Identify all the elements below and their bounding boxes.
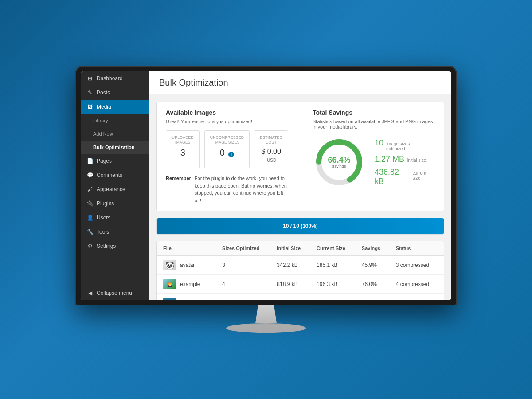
filename-1: example <box>180 281 200 287</box>
main-content: Bulk Optimization Available Images Great… <box>149 71 451 300</box>
table-container: File Sizes Optimized Initial Size Curren… <box>156 241 444 300</box>
available-images-title: Available Images <box>166 109 288 116</box>
table-row: 🐼 avatar 3 342.2 kB 185.1 kB 45.9% 3 com… <box>157 256 444 275</box>
content-area: Available Images Great! Your entire libr… <box>149 94 451 300</box>
row-file-2: W wordpress <box>157 294 216 300</box>
posts-icon: ✎ <box>87 90 93 96</box>
thumb-wordpress: W <box>163 298 176 300</box>
sidebar-label-media: Media <box>97 104 111 110</box>
available-images-subtitle: Great! Your entire library is optimimize… <box>166 119 288 124</box>
table-header: File Sizes Optimized Initial Size Curren… <box>157 241 444 256</box>
sidebar-label-posts: Posts <box>97 90 110 96</box>
sidebar-label-settings: Settings <box>97 243 116 249</box>
table-body: 🐼 avatar 3 342.2 kB 185.1 kB 45.9% 3 com… <box>157 256 444 300</box>
stat-uncompressed: UNCOMPRESSEDIMAGE SIZES 0 i <box>204 130 250 168</box>
col-sizes: Sizes Optimized <box>216 241 270 256</box>
savings-stats: 10 Image sizesoptimized 1.27 MB initial … <box>375 138 435 186</box>
row-sizes-2: 3 <box>216 294 270 300</box>
row-savings-0: 45.9% <box>356 256 390 275</box>
progress-text: 10 / 10 (100%) <box>283 223 318 229</box>
savings-initial-value: 1.27 MB <box>375 155 404 164</box>
sidebar-item-plugins[interactable]: 🔌 Plugins <box>81 196 149 211</box>
sidebar-label-library: Library <box>93 118 108 123</box>
page-header: Bulk Optimization <box>149 71 451 94</box>
sidebar-label-comments: Comments <box>97 172 122 178</box>
thumb-panda: 🐼 <box>163 260 176 270</box>
donut-text: savings <box>328 164 350 168</box>
sidebar-label-dashboard: Dashboard <box>97 75 123 82</box>
appearance-icon: 🖌 <box>87 186 93 192</box>
stat-cost-value: $ 0.00 USD <box>260 148 282 164</box>
stat-uploaded-value: 3 <box>172 148 194 158</box>
monitor-screen: ⊞ Dashboard ✎ Posts 🖼 Media Library Add … <box>75 66 457 305</box>
users-icon: 👤 <box>87 215 93 221</box>
col-file: File <box>157 241 216 256</box>
sidebar-item-media[interactable]: 🖼 Media <box>81 100 149 114</box>
stats-row: UPLOADEDIMAGES 3 UNCOMPRESSEDIMAGE SIZES… <box>166 130 288 168</box>
savings-stat-current: 436.82 kB current size <box>375 168 435 186</box>
progress-bar: 10 / 10 (100%) <box>157 218 444 234</box>
sidebar-item-posts[interactable]: ✎ Posts <box>81 86 149 100</box>
stat-cost: ESTIMATEDCOST $ 0.00 USD <box>254 130 288 168</box>
remember-note: Remember For the plugin to do the work, … <box>166 175 288 204</box>
sidebar-item-dashboard[interactable]: ⊞ Dashboard <box>81 71 149 86</box>
row-savings-1: 76.0% <box>356 275 390 294</box>
dashboard-icon: ⊞ <box>87 75 93 82</box>
usd-label: USD <box>267 158 276 163</box>
row-current-2: 55.4 kB <box>310 294 356 300</box>
stat-uploaded: UPLOADEDIMAGES 3 <box>166 130 200 168</box>
remember-text: For the plugin to do the work, you need … <box>195 175 288 204</box>
savings-current-desc: current size <box>412 171 435 180</box>
row-file-0: 🐼 avatar <box>157 256 216 275</box>
sidebar-label-bulk-opt: Bulk Optimization <box>93 145 135 150</box>
savings-stat-initial: 1.27 MB initial size <box>375 155 435 164</box>
total-savings-subtitle: Statistics based on all available JPEG a… <box>313 119 435 129</box>
row-status-0: 3 compressed <box>390 256 444 275</box>
savings-sizes-desc: Image sizesoptimized <box>386 141 410 151</box>
sidebar-item-add-new[interactable]: Add New <box>81 127 149 141</box>
info-icon[interactable]: i <box>228 152 234 157</box>
tools-icon: 🔧 <box>87 229 93 235</box>
table-row: 🌄 example 4 818.9 kB 196.3 kB 76.0% 4 co… <box>157 275 444 294</box>
plugins-icon: 🔌 <box>87 200 93 207</box>
savings-current-value: 436.82 kB <box>375 168 410 186</box>
sidebar-item-appearance[interactable]: 🖌 Appearance <box>81 182 149 196</box>
savings-stat-sizes: 10 Image sizesoptimized <box>375 138 435 151</box>
total-savings-content: 66.4% savings 10 Image sizesoptimized <box>313 136 435 189</box>
sidebar-item-tools[interactable]: 🔧 Tools <box>81 225 149 239</box>
page-title: Bulk Optimization <box>159 78 442 88</box>
row-initial-2: 137.2 kB <box>270 294 310 300</box>
table-row: W wordpress 3 137.2 kB 55.4 kB 59.6% No … <box>157 294 444 300</box>
sidebar-item-pages[interactable]: 📄 Pages <box>81 154 149 168</box>
total-savings-panel: Total Savings Statistics based on all av… <box>304 102 444 211</box>
panels-row: Available Images Great! Your entire libr… <box>156 102 444 211</box>
stat-uploaded-label: UPLOADEDIMAGES <box>172 135 194 145</box>
row-sizes-1: 4 <box>216 275 270 294</box>
settings-icon: ⚙ <box>87 243 93 249</box>
row-status-2: No action taken <box>390 294 444 300</box>
col-savings: Savings <box>356 241 390 256</box>
total-savings-title: Total Savings <box>313 109 435 116</box>
comments-icon: 💬 <box>87 172 93 178</box>
sidebar-item-users[interactable]: 👤 Users <box>81 211 149 225</box>
file-cell-1: 🌄 example <box>163 279 210 289</box>
sidebar-label-users: Users <box>97 215 110 221</box>
sidebar-item-settings[interactable]: ⚙ Settings <box>81 239 149 253</box>
sidebar-item-bulk-optimization[interactable]: Bulk Optimization <box>81 141 149 154</box>
sidebar-item-collapse[interactable]: ◀ Collapse menu <box>81 286 149 300</box>
media-icon: 🖼 <box>87 104 93 110</box>
sidebar: ⊞ Dashboard ✎ Posts 🖼 Media Library Add … <box>81 71 149 300</box>
sidebar-label-tools: Tools <box>97 229 109 235</box>
sidebar-item-comments[interactable]: 💬 Comments <box>81 168 149 182</box>
monitor-neck <box>253 305 279 323</box>
col-status: Status <box>390 241 444 256</box>
screen-inner: ⊞ Dashboard ✎ Posts 🖼 Media Library Add … <box>81 71 451 300</box>
available-images-panel: Available Images Great! Your entire libr… <box>157 102 297 211</box>
donut-percent: 66.4% <box>328 156 350 164</box>
sidebar-label-add-new: Add New <box>93 131 113 137</box>
row-initial-1: 818.9 kB <box>270 275 310 294</box>
row-savings-2: 59.6% <box>356 294 390 300</box>
savings-initial-desc: initial size <box>407 158 426 163</box>
sidebar-item-library[interactable]: Library <box>81 114 149 127</box>
file-cell-2: W wordpress <box>163 298 210 300</box>
